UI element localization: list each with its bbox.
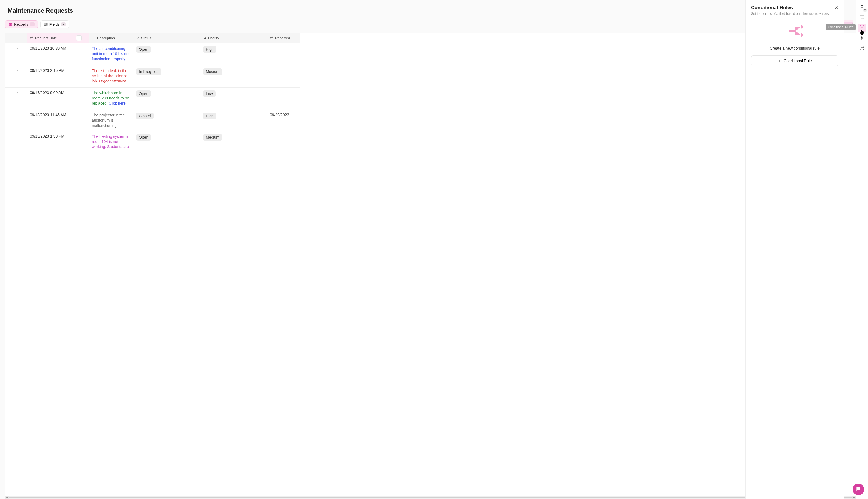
shuffle-icon — [859, 46, 865, 51]
database-icon — [9, 23, 12, 26]
svg-rect-11 — [789, 31, 795, 32]
column-header-request-date[interactable]: Request Date ↓ ⋯ — [27, 33, 89, 43]
add-conditional-rule-button[interactable]: ＋ Conditional Rule — [751, 56, 839, 66]
cell-description[interactable]: The heating system in room 104 is not wo… — [89, 131, 133, 153]
row-handle[interactable]: ⋯ — [5, 43, 27, 65]
column-header-status[interactable]: Status ⋯ — [133, 33, 200, 43]
tab-records-label: Records — [14, 22, 28, 27]
svg-rect-5 — [30, 37, 33, 39]
rail-shuffle-button[interactable] — [858, 45, 866, 53]
column-header-label: Description — [97, 36, 115, 40]
calendar-icon — [30, 36, 34, 40]
cell-request-date[interactable]: 09/18/2023 11:45 AM — [27, 110, 89, 131]
column-menu-icon[interactable]: ⋯ — [195, 36, 198, 40]
status-chip: Open — [136, 90, 151, 97]
cell-description[interactable]: The projector in the auditorium is malfu… — [89, 110, 133, 131]
chat-fab[interactable] — [853, 484, 864, 495]
cell-request-date[interactable]: 09/17/2023 9:00 AM — [27, 88, 89, 110]
svg-marker-12 — [795, 27, 800, 32]
cell-priority[interactable]: Medium — [200, 131, 267, 153]
page-title: Maintenance Requests — [8, 7, 73, 14]
columns-icon — [44, 23, 48, 26]
svg-rect-10 — [270, 37, 273, 39]
scroll-right-icon[interactable]: ▶ — [852, 496, 856, 499]
cell-description[interactable]: The whiteboard in room 203 needs to be r… — [89, 88, 133, 110]
row-handle[interactable]: ⋯ — [5, 110, 27, 131]
column-header-handle — [5, 33, 27, 43]
status-chip: Open — [136, 46, 151, 53]
rail-integrations-button[interactable]: 2 — [858, 3, 866, 11]
row-handle[interactable]: ⋯ — [5, 88, 27, 110]
svg-point-7 — [137, 38, 138, 38]
cell-priority[interactable]: Low — [200, 88, 267, 110]
chat-icon — [856, 486, 861, 493]
rail-filters-button[interactable] — [858, 13, 866, 21]
svg-marker-15 — [800, 33, 804, 38]
priority-chip: Medium — [203, 134, 222, 141]
svg-rect-1 — [45, 23, 45, 25]
cell-resolved[interactable] — [267, 88, 300, 110]
calendar-icon — [270, 36, 273, 40]
column-header-label: Status — [141, 36, 151, 40]
column-header-priority[interactable]: Priority ⋯ — [200, 33, 267, 43]
column-menu-icon[interactable]: ⋯ — [128, 36, 132, 40]
status-chip: Closed — [136, 113, 154, 119]
column-header-description[interactable]: Description ⋯ — [89, 33, 133, 43]
panel-title: Conditional Rules — [751, 5, 829, 11]
column-header-label: Request Date — [35, 36, 57, 40]
cell-status[interactable]: Open — [133, 131, 200, 153]
scroll-left-icon[interactable]: ◀ — [5, 496, 9, 499]
svg-rect-2 — [46, 23, 46, 25]
branch-arrows-icon — [784, 21, 805, 42]
panel-subtitle: Set the values of a field based on other… — [751, 12, 829, 16]
tab-fields[interactable]: Fields 7 — [40, 20, 69, 28]
rail-badge: 2 — [863, 9, 867, 12]
horizontal-scrollbar[interactable]: ◀ ▶ — [5, 496, 856, 499]
row-handle[interactable]: ⋯ — [5, 131, 27, 153]
column-menu-icon[interactable]: ⋯ — [83, 36, 87, 40]
tab-records[interactable]: Records 5 — [5, 20, 38, 28]
column-header-label: Resolved — [275, 36, 290, 40]
cell-status[interactable]: In Progress — [133, 65, 200, 88]
close-icon[interactable]: ✕ — [834, 5, 839, 11]
priority-chip: High — [203, 46, 217, 53]
cell-resolved[interactable] — [267, 43, 300, 65]
priority-chip: High — [203, 113, 217, 119]
circle-icon — [203, 36, 206, 40]
rail-automations-button[interactable] — [858, 34, 866, 42]
cell-resolved[interactable]: 09/20/2023 — [267, 110, 300, 131]
cell-priority[interactable]: High — [200, 110, 267, 131]
priority-chip: Low — [203, 90, 216, 97]
cell-request-date[interactable]: 09/19/2023 1:30 PM — [27, 131, 89, 153]
branch-icon — [859, 25, 865, 31]
scroll-thumb[interactable] — [9, 497, 852, 498]
circle-icon — [136, 36, 139, 40]
svg-marker-13 — [800, 24, 804, 29]
priority-chip: Medium — [203, 68, 222, 75]
cell-request-date[interactable]: 09/16/2023 2:15 PM — [27, 65, 89, 88]
column-menu-icon[interactable]: ⋯ — [261, 36, 265, 40]
cell-resolved[interactable] — [267, 65, 300, 88]
tab-records-count: 5 — [30, 23, 35, 26]
column-header-label: Priority — [208, 36, 219, 40]
cell-status[interactable]: Open — [133, 88, 200, 110]
text-icon — [92, 36, 95, 40]
panel-hero-text: Create a new conditional rule — [770, 46, 819, 50]
rail-conditional-rules-button[interactable]: Conditional Rules — [858, 24, 866, 32]
cell-status[interactable]: Open — [133, 43, 200, 65]
row-handle[interactable]: ⋯ — [5, 65, 27, 88]
column-header-resolved[interactable]: Resolved — [267, 33, 300, 43]
cell-request-date[interactable]: 09/15/2023 10:30 AM — [27, 43, 89, 65]
cell-description[interactable]: The air conditioning unit in room 101 is… — [89, 43, 133, 65]
sort-direction-chip[interactable]: ↓ — [76, 35, 82, 41]
cell-resolved[interactable] — [267, 131, 300, 153]
cell-priority[interactable]: Medium — [200, 65, 267, 88]
svg-marker-14 — [795, 31, 800, 35]
filter-lines-icon — [859, 14, 865, 20]
cell-status[interactable]: Closed — [133, 110, 200, 131]
page-more-icon[interactable]: ⋯ — [76, 8, 81, 14]
svg-rect-3 — [47, 23, 47, 25]
conditional-rules-panel: Conditional Rules Set the values of a fi… — [745, 0, 844, 499]
cell-priority[interactable]: High — [200, 43, 267, 65]
cell-description[interactable]: There is a leak in the ceiling of the sc… — [89, 65, 133, 88]
